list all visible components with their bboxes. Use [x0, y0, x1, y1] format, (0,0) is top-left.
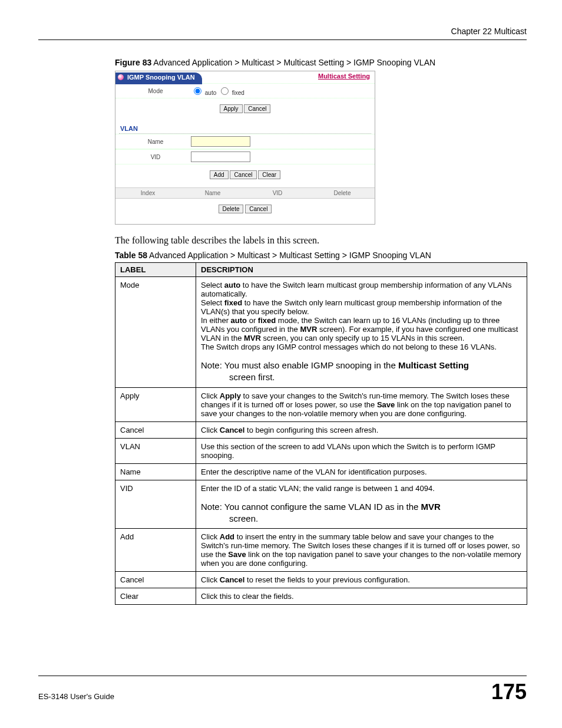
cell-label: VLAN [115, 438, 196, 463]
cell-desc: Click Cancel to begin configuring this s… [196, 421, 527, 438]
row-mode: Mode auto fixed [115, 83, 375, 98]
cell-desc: Use this section of the screen to add VL… [196, 438, 527, 463]
col-name: Name [180, 188, 245, 198]
screenshot: IGMP Snooping VLAN Multicast Setting Mod… [115, 71, 375, 225]
col-vid: VID [245, 188, 310, 198]
radio-fixed[interactable] [221, 87, 229, 95]
note: Note: You cannot configure the same VLAN… [201, 501, 522, 525]
cancel-button[interactable]: Cancel [244, 104, 270, 113]
cancel-button-3[interactable]: Cancel [245, 205, 272, 213]
cell-label: Mode [115, 277, 196, 388]
cancel-button-2[interactable]: Cancel [230, 170, 256, 179]
apply-button[interactable]: Apply [220, 104, 243, 113]
cell-label: VID [115, 480, 196, 529]
input-vid[interactable] [191, 151, 250, 162]
figure-caption: Figure 83 Advanced Application > Multica… [115, 58, 527, 67]
button-row-1: Apply Cancel [115, 98, 375, 121]
row-name: Name [115, 134, 375, 149]
delete-button[interactable]: Delete [219, 205, 244, 213]
label-mode: Mode [120, 88, 191, 94]
description-table: LABEL DESCRIPTION Mode Select auto to ha… [115, 262, 527, 605]
button-row-2: Add Cancel Clear [115, 164, 375, 187]
header-rule [38, 39, 527, 40]
cell-desc: Enter the ID of a static VLAN; the valid… [196, 480, 527, 529]
cell-label: Cancel [115, 421, 196, 438]
section-vlan: VLAN [115, 121, 375, 133]
cell-label: Name [115, 463, 196, 480]
th-description: DESCRIPTION [196, 263, 527, 277]
radio-auto-label: auto [205, 90, 216, 96]
cell-desc: Click this to clear the fields. [196, 588, 527, 605]
cell-desc: Enter the descriptive name of the VLAN f… [196, 463, 527, 480]
radio-auto[interactable] [194, 87, 201, 95]
col-index: Index [115, 188, 180, 198]
list-header: Index Name VID Delete [115, 187, 375, 199]
page-footer: ES-3148 User's Guide 175 [38, 671, 527, 704]
page-number: 175 [491, 680, 527, 704]
button-row-3: Delete Cancel [115, 199, 375, 222]
tab-bar: IGMP Snooping VLAN Multicast Setting [115, 71, 375, 83]
row-mode: Mode Select auto to have the Switch lear… [115, 277, 527, 388]
cell-desc: Select auto to have the Switch learn mul… [196, 277, 527, 388]
row-cancel2: Cancel Click Cancel to reset the fields … [115, 572, 527, 588]
figure-caption-text: Advanced Application > Multicast > Multi… [151, 58, 435, 67]
cell-desc: Click Apply to save your changes to the … [196, 387, 527, 421]
col-delete: Delete [310, 188, 375, 198]
clear-button[interactable]: Clear [258, 170, 280, 179]
cell-label: Cancel [115, 572, 196, 588]
row-add: Add Click Add to insert the entry in the… [115, 529, 527, 572]
table-caption: Table 58 Advanced Application > Multicas… [115, 251, 527, 260]
footer-rule [38, 676, 527, 676]
cell-label: Add [115, 529, 196, 572]
chapter-header: Chapter 22 Multicast [38, 27, 527, 36]
row-apply: Apply Click Apply to save your changes t… [115, 387, 527, 421]
table-caption-text: Advanced Application > Multicast > Multi… [147, 251, 431, 260]
th-label: LABEL [115, 263, 196, 277]
cell-desc: Click Add to insert the entry in the sum… [196, 529, 527, 572]
row-vlan: VLAN Use this section of the screen to a… [115, 438, 527, 463]
cell-label: Apply [115, 387, 196, 421]
label-name: Name [120, 139, 191, 145]
row-clear: Clear Click this to clear the fields. [115, 588, 527, 605]
radio-fixed-label: fixed [232, 90, 244, 96]
tab-igmp-snooping-vlan[interactable]: IGMP Snooping VLAN [115, 73, 202, 84]
add-button[interactable]: Add [210, 170, 229, 179]
row-name: Name Enter the descriptive name of the V… [115, 463, 527, 480]
link-multicast-setting[interactable]: Multicast Setting [318, 73, 370, 80]
row-vid: VID [115, 149, 375, 164]
input-name[interactable] [191, 136, 250, 147]
note: Note: You must also enable IGMP snooping… [201, 360, 522, 384]
footer-guide: ES-3148 User's Guide [38, 692, 114, 701]
row-vid: VID Enter the ID of a static VLAN; the v… [115, 480, 527, 529]
intro-text: The following table describes the labels… [115, 235, 527, 246]
table-number: Table 58 [115, 251, 147, 260]
figure-number: Figure 83 [115, 58, 151, 67]
label-vid: VID [120, 154, 191, 160]
cell-desc: Click Cancel to reset the fields to your… [196, 572, 527, 588]
cell-label: Clear [115, 588, 196, 605]
row-cancel: Cancel Click Cancel to begin configuring… [115, 421, 527, 438]
